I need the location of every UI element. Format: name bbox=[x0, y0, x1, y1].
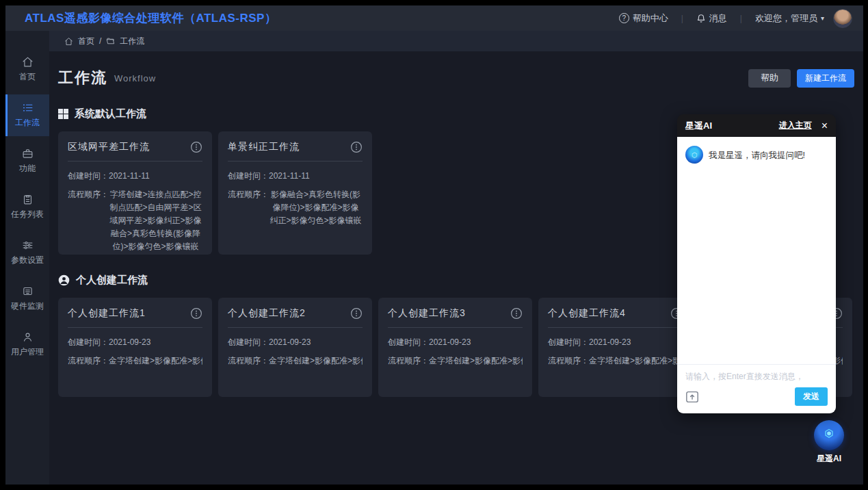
sidebar-item-label: 参数设置 bbox=[11, 255, 44, 266]
chat-welcome-message: 我是星遥，请向我提问吧! bbox=[709, 146, 805, 162]
sidebar-item-hardware[interactable]: 硬件监测 bbox=[5, 278, 49, 320]
created-value: 2021-11-11 bbox=[269, 170, 310, 183]
page-title-row: 工作流 Workflow 帮助 新建工作流 bbox=[58, 68, 854, 88]
sidebar-item-workflow[interactable]: 工作流 bbox=[5, 94, 49, 136]
workflow-card[interactable]: 区域网平差工作流 创建时间： 2021-11-11 流程顺序： 字塔创建>连接点… bbox=[58, 131, 212, 255]
sidebar-item-functions[interactable]: 功能 bbox=[5, 140, 49, 182]
created-value: 2021-09-23 bbox=[429, 336, 471, 349]
app-title: ATLAS遥感影像综合处理软件（ATLAS-RSP） bbox=[25, 10, 276, 26]
created-label: 创建时间： bbox=[68, 170, 109, 183]
card-title: 个人创建工作流2 bbox=[228, 307, 306, 320]
chat-header: 星遥AI 进入主页 × bbox=[677, 114, 836, 137]
created-label: 创建时间： bbox=[388, 336, 429, 349]
chat-input[interactable] bbox=[685, 371, 828, 383]
sidebar-item-task-list[interactable]: 任务列表 bbox=[5, 186, 49, 228]
workflow-card[interactable]: 个人创建工作流2 创建时间： 2021-09-23 流程顺序： 金字塔创建>影像… bbox=[218, 298, 372, 397]
sidebar-item-users[interactable]: 用户管理 bbox=[5, 324, 49, 365]
home-icon bbox=[22, 56, 34, 68]
flow-label: 流程顺序： bbox=[228, 188, 269, 227]
messages-link[interactable]: 消息 bbox=[696, 12, 727, 25]
created-value: 2021-09-23 bbox=[589, 336, 631, 349]
flow-value: 金字塔创建>影像配准>影像融 bbox=[589, 354, 683, 368]
toolbox-icon bbox=[22, 148, 34, 159]
chat-home-link[interactable]: 进入主页 bbox=[779, 120, 812, 131]
ai-hexagon-icon bbox=[821, 427, 837, 443]
flow-value: 金字塔创建>影像配准>影像融 bbox=[269, 354, 363, 368]
created-value: 2021-09-23 bbox=[109, 336, 150, 349]
floating-ai-widget[interactable]: 星遥AI bbox=[810, 420, 848, 465]
sidebar-item-label: 功能 bbox=[19, 163, 36, 175]
page-subtitle: Workflow bbox=[114, 73, 156, 83]
breadcrumb-current: 工作流 bbox=[120, 36, 144, 47]
header-right-menu: ? 帮助中心 | 消息 | 欢迎您，管理员 ▾ bbox=[619, 9, 852, 28]
ai-logo-icon bbox=[814, 420, 844, 450]
ai-avatar-icon: ⬡ bbox=[685, 146, 703, 164]
created-value: 2021-11-11 bbox=[109, 170, 150, 183]
new-workflow-button[interactable]: 新建工作流 bbox=[797, 69, 854, 88]
created-label: 创建时间： bbox=[228, 170, 269, 183]
sidebar-item-label: 首页 bbox=[19, 71, 36, 83]
flow-label: 流程顺序： bbox=[388, 354, 429, 368]
app-window: ATLAS遥感影像综合处理软件（ATLAS-RSP） ? 帮助中心 | 消息 |… bbox=[5, 5, 863, 485]
sidebar-item-home[interactable]: 首页 bbox=[5, 49, 49, 90]
card-title: 单景纠正工作流 bbox=[228, 141, 300, 153]
card-title: 个人创建工作流4 bbox=[548, 307, 626, 320]
divider bbox=[68, 327, 202, 328]
created-value: 2021-09-23 bbox=[269, 336, 311, 349]
flow-label: 流程顺序： bbox=[228, 354, 269, 368]
more-options-icon[interactable] bbox=[350, 307, 363, 320]
close-icon[interactable]: × bbox=[821, 120, 828, 131]
breadcrumb-separator: / bbox=[99, 36, 101, 46]
help-center-link[interactable]: ? 帮助中心 bbox=[619, 12, 668, 25]
flow-value: 金字塔创建>影像配准>影像融 bbox=[429, 354, 523, 368]
sidebar-item-label: 工作流 bbox=[15, 117, 40, 129]
bell-icon bbox=[696, 14, 706, 23]
folder-open-icon bbox=[106, 37, 115, 46]
sidebar: 首页 工作流 功能 任务列表 参数设置 硬件监测 用户管理 bbox=[5, 31, 49, 485]
flow-value: 金字塔创建>影像配准>影像融 bbox=[109, 354, 202, 368]
upload-file-icon[interactable] bbox=[685, 391, 699, 403]
card-title: 个人创建工作流3 bbox=[388, 307, 466, 320]
help-circle-icon: ? bbox=[619, 13, 629, 23]
user-icon bbox=[22, 331, 34, 343]
breadcrumb-home[interactable]: 首页 bbox=[78, 36, 94, 47]
ai-chat-panel: 星遥AI 进入主页 × ⬡ 我是星遥，请向我提问吧! 发送 bbox=[677, 114, 836, 413]
workflow-card[interactable]: 个人创建工作流4 创建时间： 2021-09-23 流程顺序： 金字塔创建>影像… bbox=[538, 298, 692, 397]
sidebar-item-parameters[interactable]: 参数设置 bbox=[5, 232, 49, 274]
breadcrumb: 首页 / 工作流 bbox=[49, 31, 863, 51]
more-options-icon[interactable] bbox=[350, 141, 363, 153]
workflow-card[interactable]: 个人创建工作流3 创建时间： 2021-09-23 流程顺序： 金字塔创建>影像… bbox=[378, 298, 532, 397]
flow-label: 流程顺序： bbox=[548, 354, 589, 368]
workflow-list-icon bbox=[22, 102, 34, 114]
chat-message-area: ⬡ 我是星遥，请向我提问吧! bbox=[677, 137, 836, 364]
messages-label: 消息 bbox=[709, 12, 727, 25]
sliders-icon bbox=[22, 240, 34, 251]
more-options-icon[interactable] bbox=[190, 307, 202, 320]
page-title: 工作流 bbox=[58, 68, 107, 88]
chevron-down-icon: ▾ bbox=[821, 14, 824, 22]
created-label: 创建时间： bbox=[68, 336, 109, 349]
header-divider: | bbox=[677, 14, 687, 23]
welcome-label: 欢迎您，管理员 bbox=[755, 12, 817, 25]
avatar[interactable] bbox=[833, 9, 852, 28]
user-circle-icon bbox=[58, 274, 70, 286]
divider bbox=[548, 327, 683, 328]
more-options-icon[interactable] bbox=[190, 141, 202, 153]
card-title: 个人创建工作流1 bbox=[68, 307, 146, 320]
home-icon bbox=[64, 37, 73, 46]
divider bbox=[68, 161, 202, 162]
user-menu[interactable]: 欢迎您，管理员 ▾ bbox=[755, 12, 824, 25]
grid-squares-icon bbox=[58, 109, 68, 119]
workflow-card[interactable]: 单景纠正工作流 创建时间： 2021-11-11 流程顺序： 影像融合>真彩色转… bbox=[218, 131, 372, 255]
help-button[interactable]: 帮助 bbox=[748, 69, 791, 88]
sidebar-item-label: 用户管理 bbox=[11, 346, 44, 358]
hardware-monitor-icon bbox=[22, 285, 34, 297]
send-button[interactable]: 发送 bbox=[795, 387, 828, 406]
help-center-label: 帮助中心 bbox=[633, 12, 668, 25]
more-options-icon[interactable] bbox=[510, 307, 523, 320]
workflow-card[interactable]: 个人创建工作流1 创建时间： 2021-09-23 流程顺序： 金字塔创建>影像… bbox=[58, 298, 212, 397]
top-header: ATLAS遥感影像综合处理软件（ATLAS-RSP） ? 帮助中心 | 消息 |… bbox=[5, 5, 863, 31]
divider bbox=[388, 327, 523, 328]
created-label: 创建时间： bbox=[548, 336, 589, 349]
divider bbox=[228, 161, 363, 162]
